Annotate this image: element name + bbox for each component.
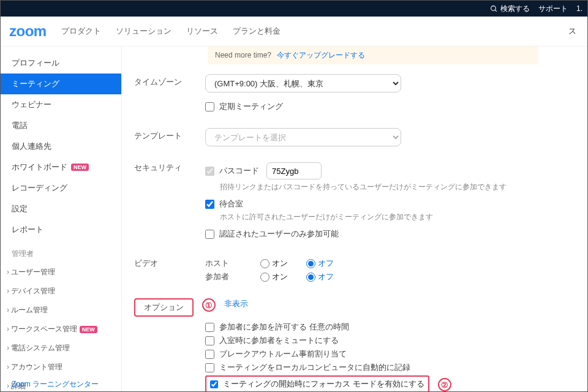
waitingroom-label: 待合室: [219, 198, 243, 209]
nav-pricing[interactable]: プランと料金: [233, 26, 281, 37]
video-host-on-radio[interactable]: [260, 259, 270, 268]
radio-label: オフ: [318, 258, 334, 269]
sidebar-item-recording[interactable]: レコーディング: [1, 178, 121, 198]
sidebar-item-label: 個人連絡先: [12, 141, 51, 152]
sidebar-admin-devices[interactable]: デバイス管理: [1, 282, 121, 301]
video-part-off-radio[interactable]: [306, 273, 315, 282]
timezone-select[interactable]: (GMT+9:00) 大阪、札幌、東京: [205, 74, 401, 92]
svg-line-1: [495, 10, 497, 12]
sidebar-item-label: ミーティング: [12, 78, 59, 89]
template-label: テンプレート: [134, 128, 205, 141]
annotation-one: ①: [202, 298, 216, 312]
new-badge: NEW: [71, 164, 89, 171]
video-label: ビデオ: [134, 255, 205, 269]
sidebar-item-whiteboard[interactable]: ホワイトボードNEW: [1, 157, 121, 178]
sidebar-item-label: ルーム管理: [11, 306, 48, 314]
svg-point-0: [491, 6, 496, 10]
top-utility-bar: 検索する サポート 1.: [1, 1, 587, 17]
learning-center-link[interactable]: Zoom ラーニングセンター: [1, 367, 105, 392]
video-part-on-radio[interactable]: [260, 273, 270, 282]
sidebar-item-label: プロフィール: [12, 58, 59, 69]
sidebar-item-label: ウェビナー: [12, 99, 51, 110]
opt-allow-join-checkbox[interactable]: [205, 323, 214, 332]
video-host-label: ホスト: [205, 258, 242, 269]
opt-focus-label: ミーティングの開始時にフォーカス モードを有効にする: [223, 379, 424, 390]
security-label: セキュリティ: [134, 160, 205, 173]
waitingroom-checkbox[interactable]: [205, 200, 214, 209]
zoom-logo[interactable]: zoom: [9, 23, 47, 40]
template-select[interactable]: テンプレートを選択: [205, 128, 401, 146]
sidebar-item-label: ホワイトボード: [12, 162, 67, 173]
upgrade-banner: Need more time? 今すぐアップグレードする: [208, 47, 538, 64]
nav-resource[interactable]: リソース: [186, 26, 218, 37]
search-icon: [490, 5, 498, 13]
passcode-input[interactable]: [266, 162, 322, 179]
opt-localrec-checkbox[interactable]: [205, 363, 214, 372]
sidebar-admin-phonesys[interactable]: 電話システム管理: [1, 339, 121, 358]
radio-label: オン: [272, 271, 288, 282]
sidebar: プロフィール ミーティング ウェビナー 電話 個人連絡先 ホワイトボードNEW …: [1, 47, 122, 392]
nav-right-cut: ス: [568, 26, 576, 37]
opt-mute-label: 入室時に参加者をミュートにする: [219, 335, 339, 346]
sidebar-item-meeting[interactable]: ミーティング: [1, 74, 121, 94]
opt-focus-checkbox[interactable]: [210, 380, 218, 388]
sidebar-item-label: 電話: [12, 120, 28, 131]
sidebar-item-label: レコーディング: [12, 183, 67, 194]
passcode-hint: 招待リンクまたはパスコードを持っているユーザーだけがミーティングに参加できます: [220, 182, 575, 192]
sidebar-item-contacts[interactable]: 個人連絡先: [1, 136, 121, 157]
recurring-checkbox[interactable]: [205, 102, 214, 111]
video-host-off-radio[interactable]: [306, 259, 315, 268]
waitingroom-hint: ホストに許可されたユーザーだけがミーティングに参加できます: [220, 212, 575, 222]
topbar-extra: 1.: [576, 4, 582, 13]
sidebar-item-report[interactable]: レポート: [1, 219, 121, 240]
sidebar-item-settings[interactable]: 設定: [1, 198, 121, 219]
support-link[interactable]: サポート: [538, 4, 568, 14]
options-label: オプション: [134, 298, 194, 317]
options-hide-link[interactable]: 非表示: [224, 298, 248, 309]
radio-label: オフ: [318, 271, 334, 282]
video-participant-label: 参加者: [205, 271, 242, 282]
upgrade-link[interactable]: 今すぐアップグレードする: [277, 51, 365, 59]
sidebar-item-label: ワークスペース管理: [11, 325, 77, 333]
focus-mode-highlight: ミーティングの開始時にフォーカス モードを有効にする: [205, 375, 429, 392]
main-header: zoom プロダクト ソリューション リソース プランと料金 ス: [1, 17, 587, 47]
banner-text: Need more time?: [215, 51, 271, 59]
sidebar-item-webinar[interactable]: ウェビナー: [1, 94, 121, 115]
sidebar-admin-users[interactable]: ユーザー管理: [1, 263, 121, 282]
sidebar-admin-rooms[interactable]: ルーム管理: [1, 301, 121, 320]
timezone-label: タイムゾーン: [134, 74, 205, 88]
opt-localrec-label: ミーティングをローカルコンピュータに自動的に記録: [219, 362, 410, 373]
auth-checkbox[interactable]: [205, 230, 214, 239]
nav-product[interactable]: プロダクト: [61, 26, 101, 37]
radio-label: オン: [272, 258, 288, 269]
sidebar-item-label: レポート: [12, 224, 43, 235]
global-search[interactable]: 検索する: [490, 4, 530, 14]
sidebar-item-phone[interactable]: 電話: [1, 115, 121, 136]
search-label: 検索する: [500, 4, 530, 14]
sidebar-item-label: 設定: [12, 203, 28, 214]
content-area: Need more time? 今すぐアップグレードする タイムゾーン (GMT…: [122, 47, 587, 392]
opt-allow-join-label: 参加者に参加を許可する 任意の時間: [219, 322, 349, 333]
opt-mute-checkbox[interactable]: [205, 336, 214, 345]
opt-breakout-checkbox[interactable]: [205, 350, 214, 359]
passcode-label: パスコード: [219, 165, 259, 176]
sidebar-item-label: ユーザー管理: [11, 268, 55, 276]
auth-label: 認証されたユーザーのみ参加可能: [219, 228, 339, 239]
sidebar-item-label: 電話システム管理: [11, 344, 70, 352]
sidebar-admin-workspace[interactable]: ワークスペース管理 NEW: [1, 320, 121, 339]
sidebar-item-profile[interactable]: プロフィール: [1, 53, 121, 74]
passcode-checkbox: [205, 167, 214, 176]
options-label-text: オプション: [144, 303, 184, 312]
opt-breakout-label: ブレークアウトルーム事前割り当て: [219, 349, 347, 360]
annotation-two: ②: [438, 378, 451, 391]
new-badge: NEW: [80, 326, 97, 333]
sidebar-item-label: デバイス管理: [11, 287, 55, 295]
nav-solution[interactable]: ソリューション: [116, 26, 172, 37]
sidebar-admin-heading: 管理者: [1, 240, 121, 263]
recurring-label: 定期ミーティング: [219, 101, 283, 112]
